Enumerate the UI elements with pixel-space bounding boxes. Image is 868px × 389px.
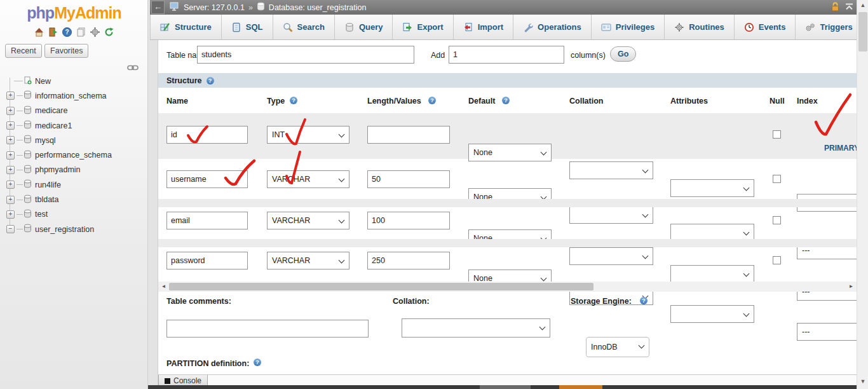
add-columns-input[interactable] — [449, 46, 564, 64]
tab-search[interactable]: Search — [273, 15, 335, 39]
tree-item-database-selected[interactable]: − user_registration — [6, 222, 146, 236]
tree-item-label[interactable]: user_registration — [35, 225, 94, 234]
tree-item-database[interactable]: + information_schema — [6, 88, 146, 103]
column-name-input[interactable] — [166, 170, 248, 188]
storage-engine-select[interactable]: InnoDB — [586, 337, 649, 357]
null-checkbox[interactable] — [773, 130, 781, 139]
tab-events[interactable]: Events — [735, 15, 796, 39]
horizontal-scrollbar-thumb[interactable] — [169, 283, 593, 290]
help-icon[interactable] — [640, 297, 648, 304]
tree-item-label[interactable]: New — [35, 77, 51, 86]
help-icon[interactable] — [428, 97, 436, 104]
column-type-select[interactable]: INT — [267, 126, 349, 144]
tree-item-label[interactable]: medicare — [35, 106, 67, 115]
tab-operations[interactable]: Operations — [513, 15, 592, 39]
expand-icon[interactable]: + — [6, 136, 15, 144]
collapse-icon[interactable]: − — [6, 225, 15, 233]
breadcrumb-database[interactable]: Database: user_registration — [257, 2, 367, 13]
column-type-select[interactable]: VARCHAR — [267, 170, 349, 188]
table-comments-input[interactable] — [166, 320, 369, 338]
breadcrumb-server[interactable]: Server: 127.0.0.1 — [170, 2, 245, 13]
go-button[interactable]: Go — [610, 46, 636, 62]
expand-icon[interactable]: + — [6, 166, 15, 174]
column-length-input[interactable] — [367, 212, 450, 229]
scroll-left-arrow[interactable]: ◄ — [158, 282, 169, 292]
tree-item-label[interactable]: performance_schema — [35, 151, 112, 160]
favorites-button[interactable]: Favorites — [44, 44, 88, 58]
tab-privileges[interactable]: Privileges — [592, 15, 665, 39]
horizontal-scrollbar[interactable]: ◄ ► — [158, 282, 857, 292]
tree-item-database[interactable]: + performance_schema — [6, 147, 146, 162]
help-icon[interactable] — [207, 77, 214, 85]
back-button[interactable]: ← — [151, 1, 165, 14]
panel-divider — [148, 0, 158, 389]
vertical-scrollbar[interactable]: ▲ ▼ — [857, 0, 868, 389]
link-with-main-panel-icon[interactable] — [127, 63, 139, 74]
column-type-select[interactable]: VARCHAR — [267, 212, 349, 229]
tree-item-database[interactable]: + mysql — [6, 133, 146, 147]
column-length-input[interactable] — [367, 126, 450, 144]
tree-item-database[interactable]: + test — [6, 207, 146, 222]
sql-icon — [231, 22, 241, 32]
structure-title: Structure — [166, 76, 202, 85]
database-icon — [257, 2, 265, 13]
home-icon[interactable] — [34, 27, 44, 38]
null-checkbox[interactable] — [773, 175, 781, 183]
tree-item-database[interactable]: + run4life — [6, 177, 146, 192]
tree-item-label[interactable]: medicare1 — [35, 121, 72, 130]
null-checkbox[interactable] — [773, 256, 781, 264]
column-length-input[interactable] — [367, 252, 450, 270]
tab-structure[interactable]: Structure — [150, 15, 222, 39]
phpmyadmin-logo[interactable]: phpMyAdmin — [0, 4, 148, 22]
column-name-input[interactable] — [166, 126, 248, 144]
tree-item-label[interactable]: run4life — [35, 181, 61, 189]
tree-item-database[interactable]: + medicare — [6, 104, 146, 118]
tab-sql[interactable]: SQL — [222, 15, 273, 39]
primary-index-link[interactable]: PRIMARY — [824, 144, 857, 153]
tree-item-label[interactable]: phpmyadmin — [35, 165, 81, 174]
tab-query[interactable]: Query — [335, 15, 393, 39]
column-name-input[interactable] — [166, 252, 248, 270]
tree-item-label[interactable]: mysql — [35, 136, 56, 145]
help-icon[interactable] — [290, 97, 297, 104]
logout-icon[interactable] — [48, 27, 58, 38]
refresh-icon[interactable] — [104, 27, 114, 38]
expand-icon[interactable]: + — [6, 92, 15, 100]
expand-icon[interactable]: + — [6, 151, 15, 160]
expand-icon[interactable]: + — [6, 210, 15, 219]
tree-item-new[interactable]: New — [6, 74, 146, 88]
tree-item-label[interactable]: information_schema — [35, 92, 107, 100]
expand-icon[interactable]: + — [6, 107, 15, 115]
column-name-input[interactable] — [166, 212, 248, 229]
column-attributes-select[interactable] — [670, 305, 754, 323]
column-index-select[interactable]: --- — [797, 323, 857, 341]
column-length-input[interactable] — [367, 170, 450, 188]
table-name-input[interactable] — [197, 46, 414, 64]
settings-gear-icon[interactable] — [90, 27, 100, 38]
expand-icon[interactable]: + — [6, 121, 15, 130]
table-collation-select[interactable] — [402, 318, 550, 338]
null-checkbox[interactable] — [773, 216, 781, 224]
scroll-right-arrow[interactable]: ► — [846, 282, 857, 292]
vertical-scrollbar-thumb[interactable] — [858, 12, 867, 51]
recent-button[interactable]: Recent — [5, 44, 42, 58]
tree-item-label[interactable]: tbldata — [35, 195, 59, 204]
documentation-icon[interactable] — [76, 27, 86, 38]
scroll-up-arrow[interactable]: ▲ — [857, 0, 868, 11]
scroll-down-arrow[interactable]: ▼ — [857, 376, 868, 387]
collapse-panel-icon[interactable] — [844, 3, 854, 13]
expand-icon[interactable]: + — [6, 181, 15, 189]
tree-item-database[interactable]: + medicare1 — [6, 118, 146, 133]
tree-item-label[interactable]: test — [35, 210, 48, 219]
help-icon[interactable] — [254, 358, 261, 366]
column-type-select[interactable]: VARCHAR — [267, 252, 349, 270]
tree-item-database[interactable]: + tbldata — [6, 192, 146, 207]
tab-export[interactable]: Export — [393, 15, 453, 39]
expand-icon[interactable]: + — [6, 196, 15, 204]
tab-triggers[interactable]: Triggers — [796, 15, 862, 39]
help-icon[interactable] — [502, 97, 510, 104]
tab-routines[interactable]: Routines — [665, 15, 735, 39]
tree-item-database[interactable]: + phpmyadmin — [6, 163, 146, 177]
help-icon[interactable]: ? — [62, 27, 72, 38]
tab-import[interactable]: Import — [454, 15, 513, 39]
